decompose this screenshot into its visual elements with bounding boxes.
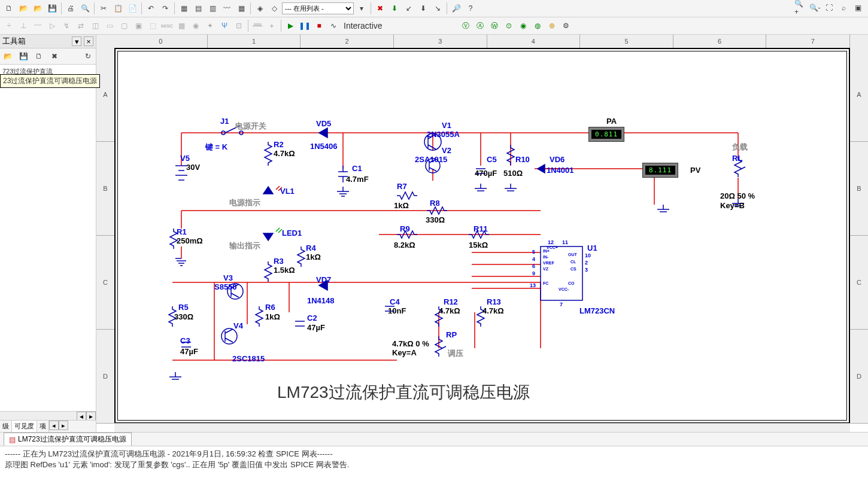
save-icon[interactable]: 💾 — [45, 2, 59, 15]
side-hscroll[interactable]: ◂ ▸ — [0, 411, 96, 420]
toolbox-title: 工具箱 ▾ × — [0, 35, 96, 48]
place10-icon[interactable]: ▣ — [132, 19, 145, 32]
bus-icon[interactable]: Ψ — [218, 19, 231, 32]
instr7-icon[interactable]: ⊛ — [545, 19, 559, 32]
help-icon[interactable]: ? — [464, 2, 477, 15]
toolbar-main: 🗋 📂 📂 💾 🖨 🔍 ✂ 📋 📄 ↶ ↷ ▦ ▤ ▥ 〰 ▦ ◈ ◇ --- … — [0, 0, 868, 17]
usage-list-select[interactable]: --- 在用列表 - — [282, 2, 354, 14]
document-tab[interactable]: ▤ LM723过流保护直流可调稳压电源 — [4, 433, 132, 446]
print-icon[interactable]: 🖨 — [64, 2, 77, 15]
canvas-hscroll[interactable] — [114, 423, 850, 432]
tab-scroll-right-icon[interactable]: ▸ — [59, 421, 68, 430]
panel-menu-icon[interactable]: ▾ — [72, 36, 81, 46]
grid1-icon[interactable]: ▦ — [177, 2, 190, 15]
zoom-in-icon[interactable]: 🔍+ — [794, 1, 807, 14]
place6-icon[interactable]: ⇄ — [74, 19, 87, 32]
ruler-vertical: A B C D — [96, 48, 115, 424]
instr1-icon[interactable]: Ⓥ — [459, 19, 472, 32]
tab-scroll-left-icon[interactable]: ◂ — [49, 421, 59, 430]
place3-icon[interactable]: 〰 — [31, 19, 44, 32]
probe4-icon[interactable]: ⬇ — [417, 2, 430, 15]
side-tab-item[interactable]: 项 — [37, 421, 49, 432]
schematic-sheet[interactable]: 0.811 8.111 J1 电源开关 键 = K V5 30V R2 4.7k… — [114, 48, 850, 424]
zoom-out-icon[interactable]: 🔍- — [808, 1, 821, 14]
toolbar-secondary: ÷ ⊥ 〰 ▷ ↯ ⇄ ◫ ▭ ▢ ▣ ⬚ MISC ▦ ◉ ✦ Ψ ⊡ ᚊ ᚐ… — [0, 17, 868, 35]
new-icon[interactable]: 🗋 — [2, 2, 16, 15]
place13-icon[interactable]: ▦ — [175, 19, 188, 32]
misc-icon[interactable]: MISC — [160, 19, 174, 32]
redo-icon[interactable]: ↷ — [159, 2, 172, 15]
ruler-horizontal: 0 1 2 3 4 5 6 7 — [114, 35, 860, 48]
tb-del-icon[interactable]: ✖ — [48, 50, 61, 63]
hier1-icon[interactable]: ᚊ — [251, 19, 264, 32]
tb-refresh-icon[interactable]: ↻ — [81, 50, 95, 63]
place7-icon[interactable]: ◫ — [89, 19, 102, 32]
gear-icon[interactable]: ⚙ — [560, 19, 573, 32]
tb-new-icon[interactable]: 🗋 — [32, 50, 45, 63]
grid3-icon[interactable]: ▥ — [206, 2, 219, 15]
place14-icon[interactable]: ◉ — [189, 19, 202, 32]
instr4-icon[interactable]: ⊙ — [502, 19, 515, 32]
place8-icon[interactable]: ▭ — [103, 19, 116, 32]
panel-close-icon[interactable]: × — [84, 36, 93, 46]
ruler-cell: B — [96, 142, 114, 236]
instr6-icon[interactable]: ◍ — [531, 19, 544, 32]
search-icon[interactable]: 🔎 — [450, 2, 463, 15]
place11-icon[interactable]: ⬚ — [146, 19, 159, 32]
probe-i-icon[interactable]: ⬇ — [388, 2, 401, 15]
log-panel[interactable]: ------ 正在为 LM723过流保护直流可调稳压电源 - 2021年9月1日… — [0, 446, 868, 481]
side-tab-visibility[interactable]: 可见度 — [12, 421, 37, 432]
ruler-vertical-r: A B C D — [849, 48, 868, 424]
zoom-fit-icon[interactable]: ⌕ — [837, 1, 850, 14]
place15-icon[interactable]: ✦ — [204, 19, 217, 32]
table-icon[interactable]: ▦ — [235, 2, 248, 15]
fullscreen-icon[interactable]: ▣ — [851, 1, 864, 14]
probe3-icon[interactable]: ↙ — [402, 2, 415, 15]
open-icon[interactable]: 📂 — [17, 2, 30, 15]
ruler-cell: 3 — [394, 35, 487, 48]
voltmeter-pv[interactable]: 8.111 — [642, 163, 678, 178]
paste-icon[interactable]: 📄 — [126, 2, 139, 15]
interactive-icon[interactable]: ∿ — [327, 19, 340, 32]
toolbox-body[interactable]: 723过流保护直流 23过流保护直流可调稳压电源 — [0, 65, 96, 411]
tb-open-icon[interactable]: 📂 — [1, 50, 14, 63]
instr3-icon[interactable]: Ⓦ — [488, 19, 501, 32]
body-row: 工具箱 ▾ × 📂 💾 🗋 ✖ ↻ 723过流保护直流 23过流保护直流可调稳压… — [0, 35, 868, 432]
probe5-icon[interactable]: ↘ — [431, 2, 444, 15]
hier2-icon[interactable]: ᚐ — [265, 19, 278, 32]
sep — [250, 2, 251, 14]
mode-label: Interactive — [344, 21, 383, 31]
tb-save-icon[interactable]: 💾 — [17, 50, 30, 63]
copy-icon[interactable]: 📋 — [111, 2, 125, 15]
place1-icon[interactable]: ÷ — [2, 19, 16, 32]
ammeter-pa[interactable]: 0.811 — [588, 127, 624, 142]
ruler-cell: A — [96, 48, 114, 142]
meter-display: 8.111 — [645, 166, 675, 175]
chevron-down-icon[interactable]: ▾ — [355, 2, 368, 15]
open2-icon[interactable]: 📂 — [31, 2, 44, 15]
side-tabs: 级 可见度 项 ◂ ▸ — [0, 420, 96, 432]
canvas-area: 0 1 2 3 4 5 6 7 A B C D A B C D — [96, 35, 868, 432]
place16-icon[interactable]: ⊡ — [232, 19, 245, 32]
pause-icon[interactable]: ❚❚ — [298, 19, 311, 32]
probe-v-icon[interactable]: ✖ — [374, 2, 387, 15]
comp1-icon[interactable]: ◈ — [253, 2, 266, 15]
comp2-icon[interactable]: ◇ — [268, 2, 281, 15]
undo-icon[interactable]: ↶ — [144, 2, 157, 15]
ruler-cell: C — [850, 236, 868, 330]
zoom-area-icon[interactable]: ⛶ — [823, 1, 836, 14]
place2-icon[interactable]: ⊥ — [17, 19, 30, 32]
wave-icon[interactable]: 〰 — [220, 2, 233, 15]
instr2-icon[interactable]: Ⓐ — [474, 19, 487, 32]
cut-icon[interactable]: ✂ — [97, 2, 110, 15]
instr5-icon[interactable]: ◉ — [517, 19, 530, 32]
ruler-corner-r — [849, 35, 868, 48]
place4-icon[interactable]: ▷ — [45, 19, 59, 32]
place9-icon[interactable]: ▢ — [117, 19, 130, 32]
run-icon[interactable]: ▶ — [284, 19, 297, 32]
preview-icon[interactable]: 🔍 — [78, 2, 92, 15]
stop-icon[interactable]: ■ — [312, 19, 326, 32]
place5-icon[interactable]: ↯ — [60, 19, 73, 32]
side-tab-level[interactable]: 级 — [0, 421, 12, 432]
grid2-icon[interactable]: ▤ — [192, 2, 205, 15]
